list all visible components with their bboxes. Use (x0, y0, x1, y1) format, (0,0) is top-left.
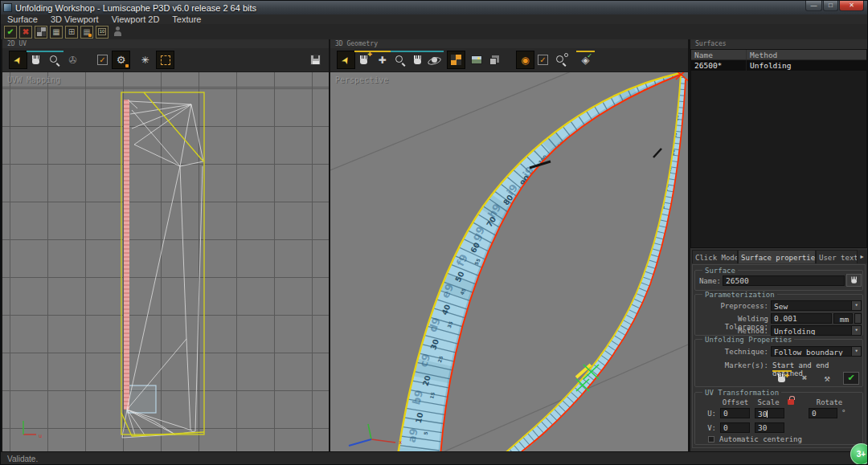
method-dropdown[interactable]: Unfolding ▾ (771, 325, 862, 336)
uv-panel-title: 2D UV (2, 39, 329, 48)
automatic-centering-checkbox[interactable] (708, 436, 714, 443)
uv-settings-tool[interactable]: ⚙ (112, 51, 130, 69)
checkbox-check-icon: ✓ (538, 55, 548, 65)
uv-zoom-tool[interactable] (45, 51, 63, 69)
plus-icon: ✚ (367, 51, 372, 58)
app-icon (3, 3, 12, 12)
delete-markers-button[interactable]: ✖ (795, 370, 814, 385)
technique-value: Follow boundary (772, 347, 851, 356)
geometry-viewport-label: Perspective (335, 75, 388, 84)
uv-validate-tool[interactable]: ✓ (93, 51, 112, 69)
uv-camera-tool[interactable]: ✇ (63, 51, 82, 69)
cursor-icon: ➤ (11, 54, 25, 67)
add-marker-button[interactable]: ✚ (772, 370, 792, 385)
uv-viewport-label: UVW Mapping (7, 75, 60, 84)
preprocess-dropdown[interactable]: Sew ▾ (771, 300, 862, 311)
text-caret (767, 410, 768, 418)
menu-texture[interactable]: Texture (166, 14, 207, 24)
surface-group-title: Surface (702, 267, 738, 275)
notification-badge[interactable]: 3+ (850, 443, 868, 465)
boundary-right-red (501, 80, 686, 452)
surface-properties-pane: Surface Name: Parameterization Preproces… (692, 264, 866, 448)
column-name[interactable]: Name (691, 50, 746, 59)
move-cross-icon: ✚ (378, 55, 386, 66)
uv-select-tool[interactable]: ➤ (9, 51, 27, 69)
gear-icon: ⚙ (117, 54, 126, 66)
tab-user-text[interactable]: User textu (816, 250, 858, 263)
v-label: V: (705, 424, 716, 432)
geometry-panel: 3D Geometry ➤ ✚ ✚ ◉ ✓ ◈✓ Perspective (330, 39, 688, 451)
rotate-input[interactable] (809, 408, 837, 418)
tabs-scroll-arrow[interactable]: ▸ (858, 250, 866, 263)
validate-button[interactable]: ✔ (4, 26, 17, 39)
chevron-down-icon: ▾ (851, 347, 861, 356)
menu-surface[interactable]: Surface (1, 14, 44, 24)
uv-seam-tool[interactable]: ✳ (136, 51, 154, 69)
u-scale-input[interactable]: 30 (755, 408, 784, 418)
u-offset-input[interactable] (720, 408, 750, 418)
svg-text:30: 30 (565, 380, 573, 388)
check-icon: ✔ (7, 28, 14, 36)
camera-icon: ✇ (68, 55, 76, 66)
welding-tolerance-input[interactable] (771, 313, 832, 324)
uv-viewport[interactable]: UVW Mapping (2, 71, 329, 451)
automatic-centering-label: Automatic centering (719, 435, 802, 443)
tab-surface-properties[interactable]: Surface properties (738, 250, 816, 263)
geo-pick-add-tool[interactable]: ✚ (354, 51, 373, 69)
user-button[interactable] (111, 26, 124, 39)
title-bar[interactable]: Unfolding Workshop - Lumiscaphe P3D v6.0… (1, 1, 867, 14)
status-bar: Validate. (1, 451, 867, 465)
maximize-button[interactable]: □ (823, 1, 838, 11)
geometry-viewport[interactable]: Perspective (330, 71, 688, 451)
close-button[interactable]: ✕ (839, 1, 864, 11)
minimize-button[interactable]: — (805, 1, 822, 11)
welding-unit-field[interactable]: mm (833, 313, 853, 324)
geo-pan-tool[interactable] (408, 51, 427, 69)
method-value: Unfolding (772, 326, 851, 335)
column-method[interactable]: Method (746, 50, 866, 59)
delete-icon: ✖ (802, 373, 808, 383)
clock-icon (564, 53, 568, 57)
checker-display-button[interactable] (35, 26, 47, 39)
magnifier-icon (395, 55, 406, 66)
table-row[interactable]: 26500* Unfolding (691, 60, 866, 71)
geo-select-tool[interactable]: ➤ (337, 51, 355, 69)
geometry-toolbar: ➤ ✚ ✚ ◉ ✓ ◈✓ (330, 48, 688, 71)
cancel-button[interactable]: ✖ (19, 26, 32, 39)
uv-save-button[interactable] (306, 51, 325, 69)
menu-3d-viewport[interactable]: 3D Viewport (44, 14, 105, 24)
geo-orbit-tool[interactable] (425, 51, 444, 69)
tools-icon: ⚒ (824, 373, 829, 384)
geo-target-tool[interactable]: ◉ (516, 51, 534, 69)
person-icon (113, 27, 121, 37)
geo-validate-tool[interactable]: ✓ (534, 51, 552, 69)
tab-click-mode[interactable]: Click Mode (692, 250, 738, 263)
v-scale-input[interactable] (755, 422, 784, 433)
grid-ten-button[interactable]: 10 (96, 26, 108, 39)
grid-cross-button[interactable]: ⊞ (65, 26, 78, 39)
geo-unfold-check-tool[interactable]: ◈✓ (576, 51, 595, 69)
uv-frame-tool[interactable] (156, 51, 174, 69)
geo-texture-display[interactable] (467, 51, 485, 69)
geo-zoom-history-tool[interactable] (551, 51, 570, 69)
welding-unit-spinner[interactable] (854, 313, 862, 324)
geo-checker-display[interactable] (447, 51, 465, 69)
asterisk-icon: ✳ (141, 55, 149, 66)
geo-shaded-display[interactable] (485, 51, 503, 69)
plus-icon: ✚ (784, 373, 789, 379)
parameterization-title: Parameterization (702, 291, 777, 299)
pick-name-button[interactable] (846, 274, 862, 287)
technique-dropdown[interactable]: Follow boundary ▾ (771, 346, 862, 357)
surface-name-input[interactable] (723, 275, 845, 286)
surfaces-panel-title: Surfaces (690, 39, 867, 48)
grid-corner-button[interactable]: ▦ (80, 26, 93, 39)
uv-mesh-canvas: u (2, 72, 329, 452)
validate-markers-button[interactable]: ✔ (843, 372, 859, 385)
geo-zoom-tool[interactable] (391, 51, 409, 69)
uv-pan-tool[interactable] (27, 51, 45, 69)
auto-markers-button[interactable]: ⚒ (817, 370, 837, 385)
checkbox-check-icon: ✓ (97, 55, 108, 65)
v-offset-input[interactable] (720, 422, 750, 433)
menu-viewport-2d[interactable]: Viewport 2D (105, 14, 166, 24)
grid-button[interactable]: ▦ (50, 26, 63, 39)
